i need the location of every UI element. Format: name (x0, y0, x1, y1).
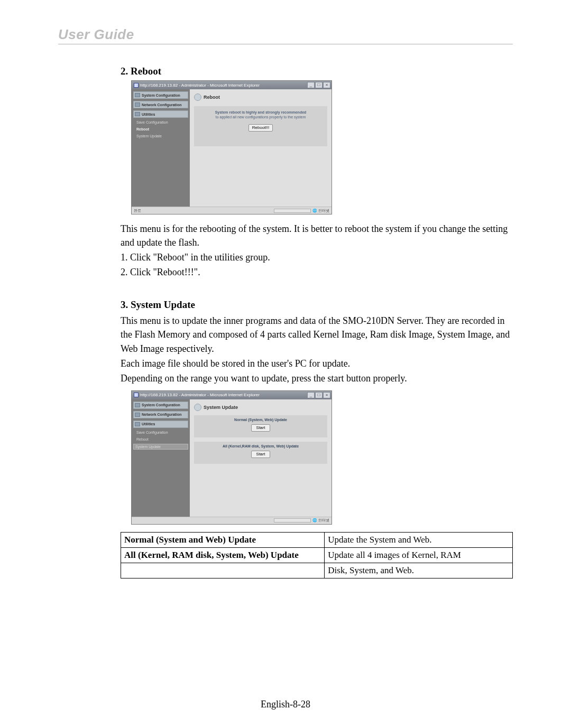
folder-icon (135, 422, 140, 426)
page-footer: English-8-28 (0, 699, 571, 710)
update-table: Normal (System and Web) Update Update th… (121, 532, 513, 578)
start-normal-button[interactable]: Start (251, 424, 270, 432)
window-titlebar: http://168.219.13.82 - Administrator - M… (132, 391, 331, 399)
progress-bar (274, 209, 311, 213)
normal-update-row: Normal (System, Web) Update Start (194, 415, 327, 437)
window-controls: _ □ × (307, 392, 330, 398)
page-title: User Guide (58, 26, 513, 43)
sidebar: System Configuration Network Configurati… (132, 399, 190, 517)
close-icon[interactable]: × (323, 392, 330, 398)
sidebar-item-utilities[interactable]: Utilities (133, 421, 188, 428)
window-title: http://168.219.13.82 - Administrator - M… (140, 83, 260, 88)
table-row: All (Kernel, RAM disk, System, Web) Upda… (121, 547, 513, 563)
sidebar-sub-reboot[interactable]: Reboot (133, 127, 188, 132)
status-right: 🌐 인터넷 (312, 518, 329, 523)
update-p1: This menu is to update the inner program… (121, 314, 513, 355)
update-table-all-desc-a: Update all 4 images of Kernel, RAM (325, 547, 513, 563)
reboot-step2: 2. Click "Reboot!!!". (121, 265, 513, 279)
folder-icon (135, 102, 140, 107)
reboot-panel: System reboot is highly and strongly rec… (194, 106, 327, 146)
progress-bar (274, 518, 311, 522)
folder-icon (135, 93, 140, 97)
normal-update-label: Normal (System, Web) Update (197, 418, 324, 422)
sidebar-item-label: Network Configuration (142, 103, 181, 107)
status-right: 🌐 인터넷 (312, 208, 329, 213)
close-icon[interactable]: × (323, 82, 330, 88)
sidebar-item-label: System Configuration (142, 94, 180, 97)
sidebar-sub-save-configuration[interactable]: Save Configuration (133, 430, 188, 435)
start-all-button[interactable]: Start (251, 451, 270, 458)
sidebar: System Configuration Network Configurati… (132, 89, 190, 207)
sidebar-item-network-configuration[interactable]: Network Configuration (133, 411, 188, 418)
sidebar-item-network-configuration[interactable]: Network Configuration (133, 101, 188, 108)
wrench-icon (194, 94, 201, 101)
panel-title-label: System Update (204, 405, 238, 410)
main-panel: System Update Normal (System, Web) Updat… (190, 399, 331, 517)
status-bar: 🌐 인터넷 (132, 517, 331, 524)
window-title: http://168.219.13.82 - Administrator - M… (140, 393, 260, 397)
sidebar-item-label: Utilities (142, 422, 155, 426)
update-table-all-label: All (Kernel, RAM disk, System, Web) Upda… (121, 547, 325, 563)
update-p2: Each image file should be stored in the … (121, 357, 513, 370)
update-table-all-label-empty (121, 563, 325, 578)
all-update-label: All (Kernel,RAM disk, System, Web) Updat… (197, 444, 324, 448)
sidebar-item-system-configuration[interactable]: System Configuration (133, 91, 188, 99)
reboot-heading: 2. Reboot (121, 66, 513, 77)
reboot-step1: 1. Click "Reboot" in the utilities group… (121, 250, 513, 264)
minimize-icon[interactable]: _ (307, 392, 315, 398)
sidebar-item-label: Network Configuration (142, 413, 181, 416)
all-update-row: All (Kernel,RAM disk, System, Web) Updat… (194, 442, 327, 464)
sidebar-sub-reboot[interactable]: Reboot (133, 437, 188, 442)
update-table-all-desc-b: Disk, System, and Web. (325, 563, 513, 578)
panel-title: System Update (194, 404, 327, 411)
table-row: Normal (System and Web) Update Update th… (121, 532, 513, 547)
reboot-button[interactable]: Reboot!!! (248, 124, 273, 132)
reboot-msg-line1: System reboot is highly and strongly rec… (199, 110, 322, 114)
update-heading: 3. System Update (121, 299, 513, 311)
window-controls: _ □ × (307, 82, 330, 88)
update-table-normal-desc: Update the System and Web. (325, 532, 513, 547)
folder-icon (135, 403, 140, 407)
panel-title-label: Reboot (204, 95, 220, 100)
ie-icon (134, 393, 139, 397)
status-bar: 완료 🌐 인터넷 (132, 207, 331, 214)
reboot-desc: This menu is for the rebooting of the sy… (121, 222, 513, 249)
sidebar-item-utilities[interactable]: Utilities (133, 110, 188, 118)
sidebar-item-label: Utilities (142, 113, 155, 116)
maximize-icon[interactable]: □ (315, 82, 323, 88)
main-panel: Reboot System reboot is highly and stron… (190, 89, 331, 207)
header-divider (58, 44, 513, 44)
reboot-screenshot: http://168.219.13.82 - Administrator - M… (131, 80, 332, 214)
sidebar-sub-system-update[interactable]: System Update (133, 134, 188, 138)
sidebar-item-label: System Configuration (142, 403, 180, 407)
update-p3: Depending on the range you want to updat… (121, 371, 513, 385)
folder-icon (135, 413, 140, 417)
folder-icon (135, 112, 140, 116)
update-table-normal-label: Normal (System and Web) Update (121, 532, 325, 547)
sidebar-item-system-configuration[interactable]: System Configuration (133, 402, 188, 409)
sidebar-sub-save-configuration[interactable]: Save Configuration (133, 120, 188, 125)
minimize-icon[interactable]: _ (307, 82, 315, 88)
update-screenshot: http://168.219.13.82 - Administrator - M… (131, 390, 332, 525)
table-row: Disk, System, and Web. (121, 563, 513, 578)
panel-title: Reboot (194, 94, 327, 101)
sidebar-sub-system-update[interactable]: System Update (133, 444, 188, 450)
reboot-msg-line2: to applied all new configurations proper… (199, 115, 322, 119)
ie-icon (134, 83, 139, 88)
maximize-icon[interactable]: □ (315, 392, 323, 398)
status-left: 완료 (134, 208, 141, 213)
wrench-icon (194, 404, 201, 411)
window-titlebar: http://168.219.13.82 - Administrator - M… (132, 81, 331, 89)
